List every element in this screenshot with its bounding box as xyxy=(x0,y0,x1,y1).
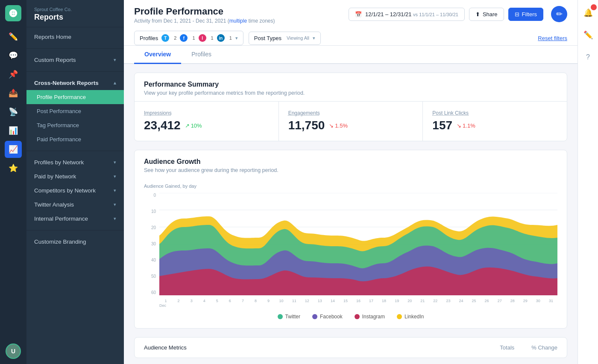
sidebar-item-twitter-analysis[interactable]: Twitter Analysis ▾ xyxy=(26,198,124,212)
sidebar-section-cross-network: Cross-Network Reports ▴ Profile Performa… xyxy=(26,73,124,149)
legend-instagram-dot xyxy=(355,314,360,319)
inbox-nav-icon[interactable]: 💬 xyxy=(5,47,22,64)
x-label-31: 31 xyxy=(545,299,557,303)
icon-rail: ✏️ 💬 📌 📤 📡 📊 📈 ⭐ U xyxy=(0,0,26,364)
sidebar-divider-3 xyxy=(26,151,124,151)
profiles-filter-chevron: ▾ xyxy=(235,35,238,41)
sidebar-divider-1 xyxy=(26,48,124,49)
sidebar-item-customize-branding[interactable]: Customize Branding xyxy=(26,235,124,249)
company-name: Sprout Coffee Co. xyxy=(34,7,116,12)
y-label-30: 30 xyxy=(144,242,156,246)
custom-reports-label: Custom Reports xyxy=(34,57,76,63)
pencil-button[interactable]: ✏️ xyxy=(580,27,596,43)
x-label-24: 24 xyxy=(454,299,467,303)
date-range-button[interactable]: 📅 12/1/21 – 12/31/21 vs 11/1/21 – 11/30/… xyxy=(349,8,465,21)
sidebar-header: Sprout Coffee Co. Reports xyxy=(26,0,124,27)
sidebar: Sprout Coffee Co. Reports Reports Home C… xyxy=(26,0,124,364)
audience-growth-subtitle: See how your audience grew during the re… xyxy=(144,167,557,173)
chart-container: Audience Gained, by day 60 50 40 30 20 1… xyxy=(135,178,567,328)
publishing-nav-icon[interactable]: 📤 xyxy=(5,84,22,102)
tab-profiles[interactable]: Profiles xyxy=(181,46,222,64)
engagements-arrow: ↘ xyxy=(329,122,334,129)
app-name: Reports xyxy=(34,13,116,22)
x-label-14: 14 xyxy=(326,299,339,303)
x-label-17: 17 xyxy=(365,299,378,303)
x-label-7: 7 xyxy=(236,299,249,303)
performance-summary-title: Performance Summary xyxy=(144,81,557,88)
compose-icon: ✏ xyxy=(556,9,563,19)
y-axis: 60 50 40 30 20 10 0 xyxy=(144,193,156,295)
metrics-row: Impressions 23,412 ↗ 10% Engagements 11,… xyxy=(135,101,567,141)
x-month-label: Dec xyxy=(159,303,557,308)
reset-filters-button[interactable]: Reset filters xyxy=(538,35,567,41)
twitter-analysis-label: Twitter Analysis xyxy=(34,201,74,208)
paid-performance-label: Paid Performance xyxy=(37,136,81,143)
x-label-13: 13 xyxy=(314,299,326,303)
avatar-container[interactable]: U xyxy=(6,344,21,359)
sidebar-divider-4 xyxy=(26,230,124,230)
x-axis-labels: 1 2 3 4 5 6 7 8 9 10 11 12 13 14 xyxy=(159,297,557,303)
audience-metrics-label: Audience Metrics xyxy=(144,344,187,351)
sidebar-item-post-performance[interactable]: Post Performance xyxy=(26,104,124,118)
chart-label: Audience Gained, by day xyxy=(144,183,557,189)
post-types-chevron: ▾ xyxy=(313,35,315,41)
tab-profiles-label: Profiles xyxy=(191,51,211,58)
x-label-21: 21 xyxy=(416,299,429,303)
sidebar-item-internal-performance[interactable]: Internal Performance ▾ xyxy=(26,212,124,226)
impressions-metric: Impressions 23,412 ↗ 10% xyxy=(135,102,279,141)
legend-facebook-label: Facebook xyxy=(320,314,343,320)
svg-point-0 xyxy=(12,12,15,15)
pencil-icon: ✏️ xyxy=(583,30,593,40)
sidebar-item-profiles-by-network[interactable]: Profiles by Network ▾ xyxy=(26,155,124,169)
engagements-value-row: 11,750 ↘ 1.5% xyxy=(288,119,413,132)
cross-network-chevron: ▴ xyxy=(114,80,116,86)
profile-performance-label: Profile Performance xyxy=(37,94,86,100)
x-label-22: 22 xyxy=(429,299,442,303)
engagements-pct: 1.5% xyxy=(335,122,348,129)
sidebar-item-profile-performance[interactable]: Profile Performance xyxy=(26,90,124,104)
bell-icon: 🔔 xyxy=(583,8,593,17)
legend-twitter: Twitter xyxy=(278,314,300,320)
sidebar-item-tag-performance[interactable]: Tag Performance xyxy=(26,118,124,132)
user-avatar[interactable]: U xyxy=(6,344,21,359)
page-subtitle: Activity from Dec 1, 2021 - Dec 31, 2021… xyxy=(134,18,275,24)
compose-nav-icon[interactable]: ✏️ xyxy=(5,28,22,45)
sidebar-item-custom-reports[interactable]: Custom Reports ▾ xyxy=(26,53,124,67)
listening-nav-icon[interactable]: 📡 xyxy=(5,103,22,120)
sidebar-item-paid-by-network[interactable]: Paid by Network ▾ xyxy=(26,169,124,183)
share-button[interactable]: ⬆ Share xyxy=(469,8,504,21)
filter-icon: ⊟ xyxy=(515,11,519,17)
help-button[interactable]: ? xyxy=(580,50,596,65)
legend-twitter-dot xyxy=(278,314,283,319)
reports-nav-icon[interactable]: 📈 xyxy=(5,141,22,158)
filters-button[interactable]: ⊟ Filters xyxy=(508,8,543,21)
x-label-26: 26 xyxy=(481,299,493,303)
post-types-filter[interactable]: Post Types Viewing All ▾ xyxy=(249,32,321,45)
sidebar-item-cross-network[interactable]: Cross-Network Reports ▴ xyxy=(26,76,124,90)
tab-overview[interactable]: Overview xyxy=(134,46,181,64)
sidebar-item-paid-performance[interactable]: Paid Performance xyxy=(26,132,124,146)
right-panel: 🔔 ✏️ ? xyxy=(577,0,598,364)
competitors-by-network-label: Competitors by Network xyxy=(34,187,96,194)
social-nav-icon[interactable]: ⭐ xyxy=(5,160,22,177)
compose-button[interactable]: ✏ xyxy=(551,6,567,22)
x-label-11: 11 xyxy=(288,299,301,303)
sidebar-item-reports-home[interactable]: Reports Home xyxy=(26,30,124,44)
subtitle-pre: Activity from Dec 1, 2021 - Dec 31, 2021… xyxy=(134,18,229,24)
share-label: Share xyxy=(483,11,498,17)
profiles-filter[interactable]: Profiles T2 f1 I1 in1 ▾ xyxy=(134,31,243,45)
sidebar-divider-2 xyxy=(26,71,124,72)
custom-reports-chevron: ▾ xyxy=(114,57,116,63)
notification-bell-button[interactable]: 🔔 xyxy=(580,5,596,20)
post-types-value: Viewing All xyxy=(287,35,309,41)
app-logo xyxy=(5,5,21,21)
subtitle-link[interactable]: multiple xyxy=(229,18,247,24)
page-title-area: Profile Performance Activity from Dec 1,… xyxy=(134,6,275,24)
engagements-value: 11,750 xyxy=(288,119,325,132)
profiles-filter-label: Profiles xyxy=(140,35,158,41)
analytics-nav-icon[interactable]: 📊 xyxy=(5,122,22,139)
sidebar-item-competitors-by-network[interactable]: Competitors by Network ▾ xyxy=(26,183,124,198)
x-label-1: 1 xyxy=(159,299,172,303)
tasks-nav-icon[interactable]: 📌 xyxy=(5,66,22,83)
impressions-value-row: 23,412 ↗ 10% xyxy=(144,119,269,132)
